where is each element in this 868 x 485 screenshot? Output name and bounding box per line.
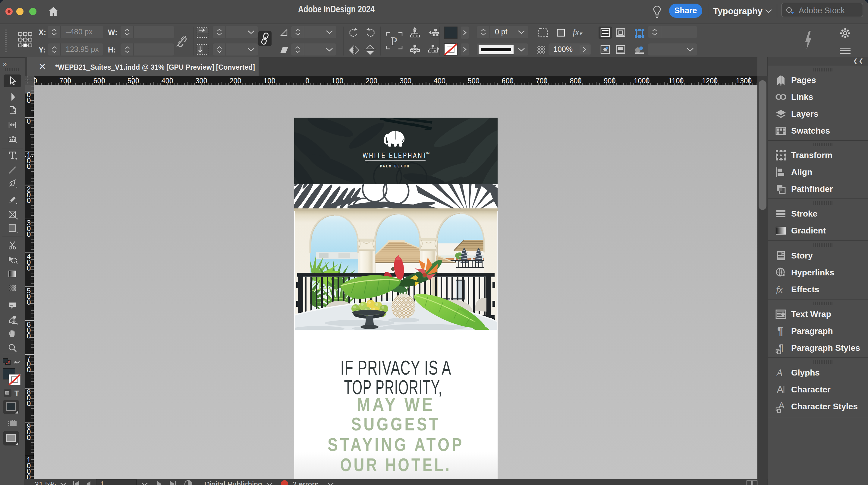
svg-text:TM: TM — [426, 151, 430, 154]
svg-text:0: 0 — [27, 96, 31, 104]
svg-text:0: 0 — [27, 399, 31, 407]
svg-text:1100: 1100 — [669, 77, 684, 85]
svg-text:100: 100 — [332, 77, 343, 85]
svg-text:A: A — [777, 384, 784, 395]
svg-text:0: 0 — [27, 433, 31, 441]
svg-text:500: 500 — [468, 77, 479, 85]
svg-text:0: 0 — [305, 77, 309, 85]
svg-text:¶: ¶ — [777, 325, 783, 337]
svg-text:1300: 1300 — [736, 77, 752, 85]
svg-text:0: 0 — [27, 332, 31, 340]
svg-text:0: 0 — [27, 162, 31, 170]
svg-text:0: 0 — [27, 196, 31, 204]
svg-text:A: A — [776, 367, 783, 378]
svg-text:600: 600 — [502, 77, 514, 85]
svg-text:0: 0 — [27, 473, 31, 479]
svg-text:0: 0 — [27, 366, 31, 374]
svg-text:0: 0 — [27, 117, 31, 125]
svg-text:400: 400 — [161, 77, 173, 85]
svg-text:800: 800 — [569, 77, 581, 85]
svg-text:500: 500 — [127, 77, 139, 85]
svg-text:0: 0 — [27, 264, 31, 272]
svg-text:PALM BEACH: PALM BEACH — [380, 164, 410, 168]
svg-text:300: 300 — [195, 77, 207, 85]
svg-text:200: 200 — [229, 77, 241, 85]
svg-text:1200: 1200 — [702, 77, 718, 85]
svg-text:900: 900 — [604, 77, 615, 85]
svg-text:fx: fx — [776, 284, 783, 294]
svg-text:WHITE ELEPHANT: WHITE ELEPHANT — [363, 150, 427, 160]
svg-text:700: 700 — [59, 77, 71, 85]
svg-text:0: 0 — [27, 230, 31, 238]
svg-text:100: 100 — [264, 77, 275, 85]
svg-text:200: 200 — [366, 77, 377, 85]
svg-text:1000: 1000 — [634, 77, 650, 85]
svg-text:400: 400 — [434, 77, 445, 85]
svg-text:700: 700 — [535, 77, 547, 85]
svg-text:300: 300 — [400, 77, 411, 85]
svg-text:0: 0 — [27, 298, 31, 306]
svg-text:800: 800 — [34, 77, 37, 85]
svg-text:600: 600 — [93, 77, 105, 85]
svg-text:P: P — [391, 34, 397, 48]
